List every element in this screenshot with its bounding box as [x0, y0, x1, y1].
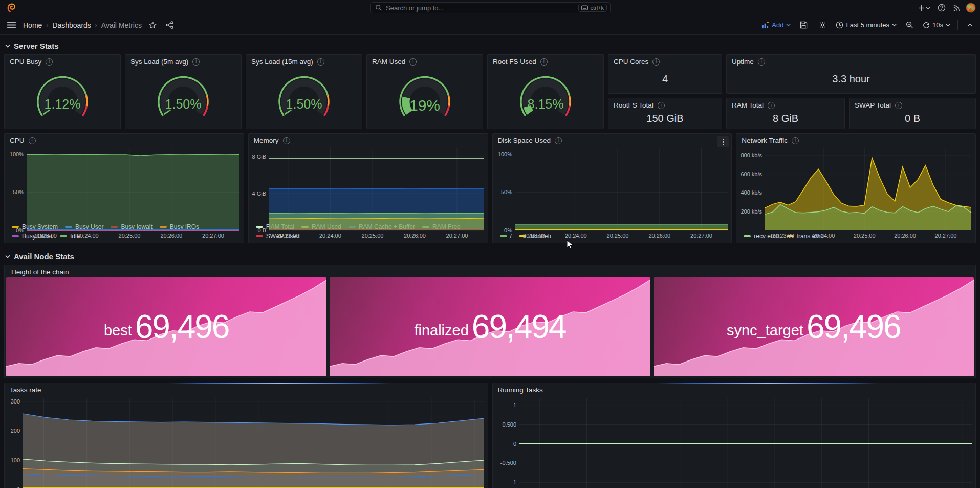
stat-label: best	[104, 322, 132, 339]
svg-text:20:23:00: 20:23:00	[35, 232, 57, 239]
svg-text:20:26:00: 20:26:00	[894, 232, 916, 239]
svg-text:20:25:00: 20:25:00	[361, 232, 383, 239]
network-chart[interactable]: 800 kb/s600 kb/s400 kb/s200 kb/s20:23:00…	[736, 145, 975, 231]
svg-text:100%: 100%	[10, 151, 24, 157]
refresh-picker[interactable]: 10s	[923, 21, 950, 29]
running-tasks-chart[interactable]: 10.5000-0.500-1	[493, 395, 976, 488]
user-avatar[interactable]	[966, 3, 976, 13]
new-button[interactable]	[916, 3, 932, 13]
dashboard-settings-icon[interactable]	[817, 19, 829, 31]
collapse-toolbar-icon[interactable]	[965, 21, 975, 29]
tasks-rate-chart[interactable]: 3002001000	[5, 395, 488, 488]
stat-best[interactable]: best69,496	[6, 277, 326, 376]
stat-sync-target[interactable]: sync_target69,496	[654, 277, 974, 376]
panel-title[interactable]: Root FS Used	[493, 58, 536, 66]
avail-charts-row: Tasks rate 3002001000 Running Tasks 10.5…	[4, 383, 976, 488]
svg-text:20:25:00: 20:25:00	[119, 232, 141, 239]
panel-title[interactable]: RootFS Total	[614, 101, 654, 109]
chevron-down-icon	[5, 44, 10, 48]
svg-text:200 kb/s: 200 kb/s	[741, 208, 763, 215]
panel-swap-total: SWAP Totali 0 B	[849, 98, 976, 129]
panel-title[interactable]: SWAP Total	[855, 101, 891, 109]
breadcrumb-home[interactable]: Home	[23, 21, 42, 29]
memory-chart[interactable]: 8 GiB4 GiB0 B20:23:0020:24:0020:25:0020:…	[249, 145, 488, 222]
svg-text:20:27:00: 20:27:00	[446, 232, 468, 239]
breadcrumb-separator: ›	[95, 22, 97, 29]
search-shortcut-badge: ctrl+k	[578, 4, 607, 12]
svg-text:600 kb/s: 600 kb/s	[741, 171, 763, 177]
panel-title[interactable]: Sys Load (15m avg)	[251, 58, 313, 66]
info-icon: i	[317, 58, 324, 66]
panel-title[interactable]: Tasks rate	[10, 386, 41, 394]
panel-root-fs-used: Root FS Usedi 8.15%	[487, 54, 604, 129]
search-icon	[375, 4, 382, 11]
panel-ram-used: RAM Usedi 19%	[366, 54, 483, 129]
panel-title[interactable]: Uptime	[732, 58, 754, 66]
svg-text:20:24:00: 20:24:00	[813, 232, 835, 239]
dashboard-body: Server Stats CPU Busyi 1.12% Sys Load (5…	[0, 35, 980, 488]
info-icon: i	[758, 58, 765, 66]
favorite-star-icon[interactable]	[147, 19, 159, 31]
panel-rootfs-total: RootFS Totali 150 GiB	[608, 98, 722, 129]
breadcrumb: Home › Dashboards › Avail Metrics	[23, 21, 142, 29]
svg-text:20:27:00: 20:27:00	[935, 232, 957, 239]
panel-title[interactable]: RAM Total	[732, 101, 764, 109]
panel-running-tasks: Running Tasks 10.5000-0.500-1	[492, 383, 976, 488]
info-icon: i	[192, 58, 200, 66]
zoom-out-icon[interactable]	[904, 19, 916, 31]
svg-text:20:26:00: 20:26:00	[160, 232, 182, 239]
info-icon: i	[895, 102, 902, 109]
panel-memory: Memoryi 8 GiB4 GiB0 B20:23:0020:24:0020:…	[248, 133, 488, 243]
top-navbar: Search or jump to... ctrl+k	[0, 0, 980, 15]
panel-title[interactable]: Disk Space Used	[498, 137, 551, 144]
breadcrumb-current: Avail Metrics	[101, 21, 142, 29]
svg-text:-0.500: -0.500	[500, 460, 516, 466]
save-dashboard-icon[interactable]	[798, 19, 810, 31]
panel-title[interactable]: CPU Cores	[614, 58, 648, 66]
cpu-chart[interactable]: 100%50%0%20:23:0020:24:0020:25:0020:26:0…	[5, 145, 244, 222]
svg-text:8 GiB: 8 GiB	[252, 154, 266, 160]
info-icon: i	[409, 58, 417, 66]
help-icon[interactable]	[935, 2, 948, 13]
stat-value: 4	[608, 67, 722, 93]
panel-title[interactable]: Network Traffic	[742, 137, 788, 144]
server-stats-row: CPU Busyi 1.12% Sys Load (5m avg)i 1.50%…	[4, 54, 976, 129]
stat-value: 69,496	[135, 308, 229, 346]
panel-chain-height: Height of the chain best69,496 finalized…	[4, 265, 976, 378]
svg-text:20:26:00: 20:26:00	[648, 232, 670, 239]
svg-text:20:25:00: 20:25:00	[854, 232, 876, 239]
panel-title[interactable]: RAM Used	[372, 58, 405, 66]
dashboard-toolbar: Home › Dashboards › Avail Metrics Add	[0, 15, 980, 35]
svg-text:50%: 50%	[500, 189, 512, 195]
breadcrumb-dashboards[interactable]: Dashboards	[52, 21, 91, 29]
svg-text:1: 1	[513, 402, 516, 408]
cpu-busy-gauge	[5, 67, 120, 129]
panel-disk-space: Disk Space Usedi 100%50%0%20:23:0020:24:…	[492, 133, 732, 243]
svg-text:0.500: 0.500	[502, 421, 516, 428]
section-server-stats[interactable]: Server Stats	[4, 37, 976, 54]
stat-value: 69,496	[807, 308, 901, 346]
section-avail-node-stats[interactable]: Avail Node Stats	[4, 247, 976, 265]
svg-text:0%: 0%	[16, 227, 24, 234]
svg-text:20:27:00: 20:27:00	[690, 232, 712, 239]
info-icon: i	[768, 102, 775, 109]
panel-title[interactable]: Memory	[254, 137, 279, 144]
grafana-logo-icon[interactable]	[5, 2, 16, 13]
stat-value: 3.3 hour	[727, 67, 975, 93]
disk-chart[interactable]: 100%50%0%20:23:0020:24:0020:25:0020:26:0…	[493, 145, 732, 231]
panel-title[interactable]: Sys Load (5m avg)	[130, 58, 188, 66]
panel-title[interactable]: Height of the chain	[11, 268, 69, 276]
panel-title[interactable]: CPU	[10, 137, 25, 144]
mega-menu-icon[interactable]	[5, 19, 18, 30]
panel-tasks-rate: Tasks rate 3002001000	[4, 383, 488, 488]
time-range-picker[interactable]: Last 5 minutes	[836, 21, 897, 29]
info-icon: i	[555, 137, 562, 144]
panel-title[interactable]: CPU Busy	[10, 58, 41, 66]
news-icon[interactable]	[951, 3, 963, 13]
breadcrumb-separator: ›	[46, 22, 48, 29]
add-panel-button[interactable]: Add	[761, 21, 791, 29]
search-input[interactable]: Search or jump to... ctrl+k	[370, 2, 611, 13]
share-icon[interactable]	[164, 19, 176, 31]
panel-title[interactable]: Running Tasks	[498, 386, 543, 394]
stat-finalized[interactable]: finalized69,494	[330, 277, 650, 376]
